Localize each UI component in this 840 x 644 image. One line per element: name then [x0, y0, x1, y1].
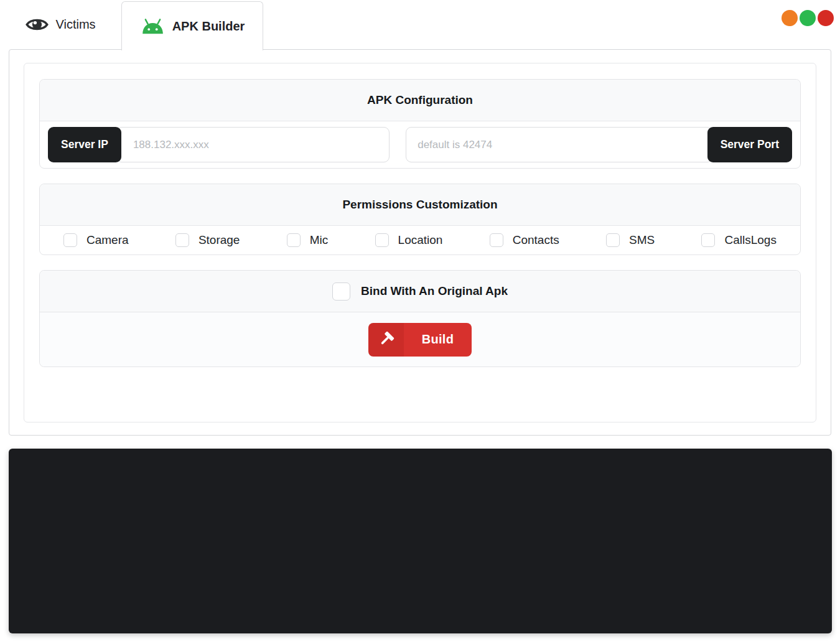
location-label: Location	[398, 233, 443, 247]
log-console	[9, 449, 832, 633]
sms-checkbox[interactable]	[606, 233, 620, 247]
storage-label: Storage	[198, 233, 240, 247]
mic-checkbox[interactable]	[287, 233, 301, 247]
permission-item-storage[interactable]: Storage	[175, 233, 240, 247]
camera-label: Camera	[86, 233, 129, 247]
contacts-checkbox[interactable]	[490, 233, 503, 247]
permission-item-contacts[interactable]: Contacts	[490, 233, 559, 247]
permissions-row: Camera Storage Mic Location Contacts	[40, 226, 800, 254]
server-ip-input[interactable]	[116, 127, 390, 162]
minimize-button[interactable]	[782, 10, 798, 26]
tab-apk-builder[interactable]: APK Builder	[121, 1, 263, 50]
hammer-icon	[368, 323, 404, 357]
server-port-label: Server Port	[707, 127, 792, 162]
android-icon	[140, 17, 166, 35]
permissions-title: Permissions Customization	[40, 184, 800, 226]
tab-victims[interactable]: Victims	[0, 0, 121, 49]
apk-configuration-section: APK Configuration Server IP Server Port	[39, 79, 801, 169]
server-port-group: Server Port	[406, 127, 792, 162]
permission-item-camera[interactable]: Camera	[63, 233, 129, 247]
server-ip-label: Server IP	[48, 127, 121, 162]
builder-card: APK Configuration Server IP Server Port …	[24, 63, 816, 422]
permission-item-location[interactable]: Location	[375, 233, 443, 247]
apk-builder-panel: APK Configuration Server IP Server Port …	[9, 49, 831, 436]
callslogs-checkbox[interactable]	[701, 233, 715, 247]
server-ip-group: Server IP	[48, 127, 390, 162]
build-button-label: Build	[404, 323, 472, 357]
camera-checkbox[interactable]	[63, 233, 77, 247]
location-checkbox[interactable]	[375, 233, 389, 247]
apk-configuration-title: APK Configuration	[40, 80, 800, 121]
eye-icon	[26, 16, 49, 33]
tab-bar: Victims APK Builder	[0, 0, 840, 49]
permission-item-sms[interactable]: SMS	[606, 233, 655, 247]
maximize-button[interactable]	[800, 10, 816, 26]
server-config-row: Server IP Server Port	[40, 121, 800, 168]
build-button[interactable]: Build	[368, 323, 472, 357]
permissions-section: Permissions Customization Camera Storage…	[39, 184, 801, 255]
tab-victims-label: Victims	[55, 17, 95, 32]
bind-apk-checkbox[interactable]	[332, 282, 350, 301]
build-row: Build	[40, 312, 800, 366]
permission-item-mic[interactable]: Mic	[287, 233, 329, 247]
sms-label: SMS	[629, 233, 655, 247]
callslogs-label: CallsLogs	[724, 233, 776, 247]
bind-apk-row[interactable]: Bind With An Original Apk	[40, 271, 800, 312]
bind-apk-label: Bind With An Original Apk	[361, 284, 508, 298]
mic-label: Mic	[310, 233, 329, 247]
close-button[interactable]	[818, 10, 834, 26]
server-port-input[interactable]	[406, 127, 712, 162]
contacts-label: Contacts	[513, 233, 559, 247]
storage-checkbox[interactable]	[175, 233, 189, 247]
tab-apk-builder-label: APK Builder	[172, 19, 245, 34]
bind-build-section: Bind With An Original Apk Build	[39, 270, 801, 367]
window-controls	[782, 10, 834, 26]
permission-item-callslogs[interactable]: CallsLogs	[701, 233, 776, 247]
